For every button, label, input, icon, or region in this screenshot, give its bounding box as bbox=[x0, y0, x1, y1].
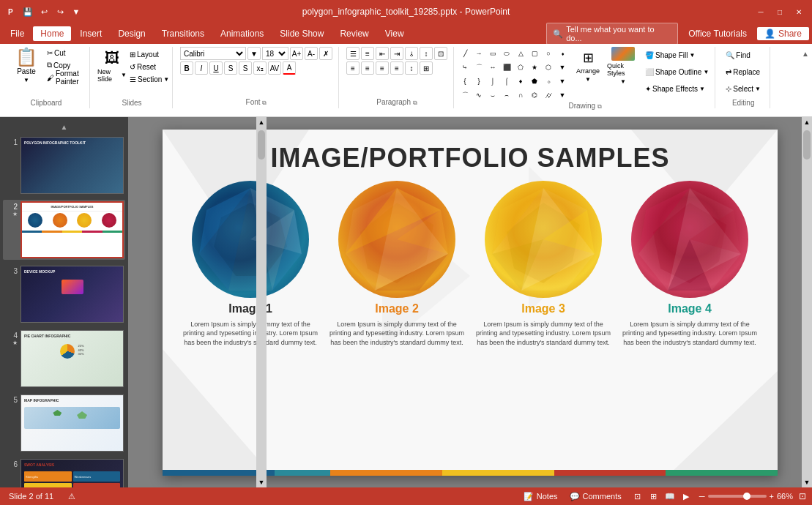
numbered-list-button[interactable]: ≡ bbox=[361, 47, 374, 60]
shape-g6[interactable]: ⌬ bbox=[528, 89, 541, 102]
slide-thumb-6[interactable]: 6 SWOT ANALYSIS Strengths Weaknesses Opp… bbox=[3, 457, 125, 487]
vscroll-thumb[interactable] bbox=[258, 130, 265, 160]
undo-icon[interactable]: ↩ bbox=[38, 6, 50, 18]
shape-penta[interactable]: ⬠ bbox=[514, 61, 527, 74]
bold-button[interactable]: B bbox=[180, 61, 193, 75]
line-spacing-button[interactable]: ↕ bbox=[405, 61, 418, 75]
shape-more[interactable]: ⬧ bbox=[556, 47, 569, 60]
normal-view-button[interactable]: ⊡ bbox=[630, 490, 645, 502]
redo-icon[interactable]: ↪ bbox=[54, 6, 66, 18]
justify-button[interactable]: ≡ bbox=[390, 61, 403, 75]
close-button[interactable]: ✕ bbox=[791, 4, 806, 19]
save-icon[interactable]: 💾 bbox=[22, 6, 34, 18]
format-painter-button[interactable]: 🖌 Format Painter bbox=[45, 72, 83, 83]
shape-line[interactable]: ╱ bbox=[458, 47, 472, 60]
shape-t2[interactable]: } bbox=[472, 75, 485, 88]
customize-icon[interactable]: ▼ bbox=[70, 6, 82, 18]
menu-review[interactable]: Review bbox=[332, 26, 376, 41]
menu-transitions[interactable]: Transitions bbox=[154, 26, 212, 41]
menu-insert[interactable]: Insert bbox=[72, 26, 109, 41]
slide-sorter-button[interactable]: ⊞ bbox=[647, 490, 661, 502]
menu-animations[interactable]: Animations bbox=[213, 26, 271, 41]
slide-thumb-2[interactable]: 2 ★ IMAGE/PORTFOLIO SAMPLES bbox=[3, 200, 125, 260]
shape-t6[interactable]: ⬟ bbox=[528, 75, 541, 88]
vscroll-up-button[interactable]: ▲ bbox=[257, 117, 267, 127]
subscript-button[interactable]: x₂ bbox=[253, 61, 267, 75]
font-color-button[interactable]: A bbox=[283, 61, 296, 75]
shape-conn[interactable]: ↔ bbox=[486, 61, 499, 74]
shape-rr[interactable]: ▢ bbox=[528, 47, 541, 60]
shape-down[interactable]: ▼ bbox=[556, 61, 569, 74]
ribbon-collapse-button[interactable]: ▲ bbox=[802, 50, 809, 58]
spacing-button[interactable]: AV bbox=[268, 61, 281, 75]
quick-styles-button[interactable]: Quick Styles ▼ bbox=[607, 47, 639, 85]
slide-thumb-4[interactable]: 4 ★ PIE CHART INFOGRAPHIC 25%40%35% bbox=[3, 329, 125, 389]
new-slide-button[interactable]: 🖼 New Slide ▼ bbox=[97, 47, 127, 85]
hscroll-down-button[interactable]: ▼ bbox=[802, 477, 812, 487]
shape-fill-button[interactable]: 🪣 Shape Fill ▼ bbox=[642, 47, 712, 63]
text-direction-button[interactable]: ↕ bbox=[420, 47, 433, 60]
shape-effects-button[interactable]: ✦ Shape Effects ▼ bbox=[642, 81, 712, 97]
convert-button[interactable]: ⊡ bbox=[434, 47, 447, 60]
italic-button[interactable]: I bbox=[195, 61, 208, 75]
slide-thumb-1[interactable]: 1 POLYGON INFOGRAPHIC TOOLKIT bbox=[3, 135, 125, 195]
select-button[interactable]: ⊹ Select ▼ bbox=[723, 81, 764, 97]
shape-expand[interactable]: ▼ bbox=[556, 89, 569, 102]
slideshow-view-button[interactable]: ▶ bbox=[679, 490, 693, 502]
shape-g3[interactable]: ⌣ bbox=[486, 89, 499, 102]
new-slide-dropdown[interactable]: ▼ bbox=[121, 72, 127, 78]
increase-indent-button[interactable]: ⇥ bbox=[390, 47, 403, 60]
maximize-button[interactable]: □ bbox=[772, 4, 787, 19]
layout-button[interactable]: ⊞ Layout bbox=[128, 48, 166, 60]
menu-design[interactable]: Design bbox=[111, 26, 152, 41]
shadow-button[interactable]: S bbox=[239, 61, 252, 75]
drawing-expand-icon[interactable]: ⧉ bbox=[597, 103, 602, 110]
vscroll-down-button[interactable]: ▼ bbox=[257, 477, 267, 487]
shape-hex[interactable]: ⬡ bbox=[542, 61, 555, 74]
shape-g1[interactable]: ⌒ bbox=[458, 89, 472, 102]
zoom-out-button[interactable]: ─ bbox=[699, 492, 705, 501]
shape-t1[interactable]: { bbox=[458, 75, 472, 88]
increase-font-button[interactable]: A+ bbox=[290, 47, 303, 60]
shape-rect[interactable]: ▭ bbox=[486, 47, 499, 60]
align-right-button[interactable]: ≡ bbox=[376, 61, 389, 75]
shape-tri[interactable]: △ bbox=[514, 47, 527, 60]
align-center-button[interactable]: ≡ bbox=[361, 61, 374, 75]
decrease-font-button[interactable]: A- bbox=[305, 47, 318, 60]
hscroll-thumb[interactable] bbox=[803, 130, 811, 160]
shape-c[interactable]: ○ bbox=[542, 47, 555, 60]
font-expand-icon[interactable]: ⧉ bbox=[262, 100, 267, 106]
slide-thumb-5[interactable]: 5 Map Infographic bbox=[3, 393, 125, 453]
shape-arrow[interactable]: → bbox=[472, 47, 485, 60]
shape-star[interactable]: ★ bbox=[528, 61, 541, 74]
shape-t3[interactable]: ⌡ bbox=[486, 75, 499, 88]
shape-g7[interactable]: ⌭ bbox=[542, 89, 555, 102]
slide-panel-scroll-up[interactable]: ▲ bbox=[3, 123, 125, 131]
arrange-button[interactable]: ⊞ Arrange ▼ bbox=[572, 47, 604, 85]
section-button[interactable]: ☰ Section ▼ bbox=[128, 73, 166, 85]
office-tutorials-link[interactable]: Office Tutorials bbox=[684, 27, 751, 40]
reset-button[interactable]: ↺ Reset bbox=[128, 61, 166, 72]
shape-t5[interactable]: ♦ bbox=[514, 75, 527, 88]
menu-home[interactable]: Home bbox=[33, 26, 71, 41]
replace-button[interactable]: ⇄ Replace bbox=[723, 64, 763, 80]
columns-button[interactable]: ⫰ bbox=[405, 47, 418, 60]
cut-button[interactable]: ✂ Cut bbox=[45, 47, 83, 59]
shape-g2[interactable]: ∿ bbox=[472, 89, 485, 102]
shape-block[interactable]: ⬛ bbox=[500, 61, 513, 74]
notes-button[interactable]: 📝 Notes bbox=[521, 491, 561, 502]
share-button[interactable]: 👤 Share bbox=[757, 27, 809, 40]
shape-g4[interactable]: ⌢ bbox=[500, 89, 513, 102]
shape-t4[interactable]: ⌠ bbox=[500, 75, 513, 88]
underline-button[interactable]: U bbox=[209, 61, 223, 75]
font-size-select[interactable]: 18 bbox=[262, 47, 288, 60]
zoom-in-button[interactable]: + bbox=[770, 492, 774, 501]
bullets-button[interactable]: ☰ bbox=[346, 47, 360, 60]
clear-format-button[interactable]: ✗ bbox=[319, 47, 332, 60]
menu-slideshow[interactable]: Slide Show bbox=[272, 26, 331, 41]
menu-file[interactable]: File bbox=[3, 26, 31, 41]
shape-curve[interactable]: ⌒ bbox=[472, 61, 485, 74]
smartart-button[interactable]: ⊞ bbox=[420, 61, 433, 75]
zoom-slider[interactable] bbox=[708, 495, 767, 498]
hscroll-up-button[interactable]: ▲ bbox=[802, 117, 812, 127]
